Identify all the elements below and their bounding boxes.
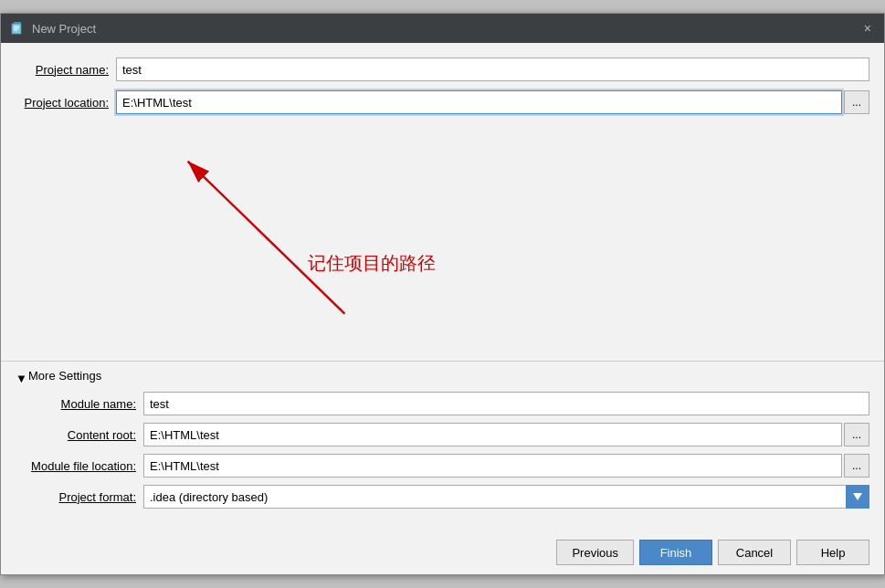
previous-button[interactable]: Previous: [556, 540, 634, 565]
project-format-label: Project format:: [16, 490, 143, 504]
module-name-input[interactable]: [143, 392, 869, 415]
new-project-dialog: New Project × Project name: Project loca…: [0, 13, 885, 575]
annotation-arrow: [116, 123, 869, 361]
close-button[interactable]: ×: [860, 19, 875, 37]
project-name-row: Project name:: [16, 58, 869, 81]
content-root-browse-button[interactable]: ...: [844, 423, 869, 446]
project-location-input[interactable]: [116, 90, 842, 114]
project-name-input[interactable]: [116, 58, 869, 81]
new-project-icon: [10, 21, 25, 36]
more-settings-section: ▼ More Settings Module name: Content roo…: [1, 361, 884, 530]
project-location-label: Project location:: [16, 96, 116, 110]
cancel-button[interactable]: Cancel: [718, 540, 791, 565]
svg-line-6: [188, 162, 345, 314]
content-root-label: Content root:: [16, 428, 143, 442]
finish-button[interactable]: Finish: [639, 540, 712, 565]
dialog-body: Project name: Project location: ...: [1, 43, 884, 361]
module-file-location-input[interactable]: [143, 454, 842, 478]
content-root-input[interactable]: [143, 423, 842, 446]
collapse-icon: ▼: [16, 372, 25, 381]
more-settings-toggle[interactable]: ▼ More Settings: [16, 369, 869, 383]
dialog-title: New Project: [32, 22, 853, 36]
project-location-browse-button[interactable]: ...: [844, 90, 869, 114]
project-format-select[interactable]: .idea (directory based) Eclipse (.classp…: [143, 485, 869, 509]
module-name-label: Module name:: [16, 397, 143, 411]
annotation-area: 记住项目的路径: [116, 123, 869, 361]
annotation-text: 记住项目的路径: [308, 251, 436, 276]
module-file-location-row: Module file location: ...: [16, 454, 869, 478]
svg-rect-1: [14, 22, 21, 24]
more-settings-label: More Settings: [28, 369, 101, 383]
project-format-row: Project format: .idea (directory based) …: [16, 485, 869, 509]
project-location-row: Project location: ...: [16, 90, 869, 114]
project-format-select-wrapper: .idea (directory based) Eclipse (.classp…: [143, 485, 869, 509]
dialog-footer: Previous Finish Cancel Help: [1, 530, 884, 574]
module-name-row: Module name:: [16, 392, 869, 415]
project-name-label: Project name:: [16, 63, 116, 77]
module-file-location-browse-button[interactable]: ...: [844, 454, 869, 478]
title-bar: New Project ×: [1, 14, 884, 43]
content-root-row: Content root: ...: [16, 423, 869, 446]
help-button[interactable]: Help: [796, 540, 869, 565]
module-file-location-label: Module file location:: [16, 459, 143, 473]
